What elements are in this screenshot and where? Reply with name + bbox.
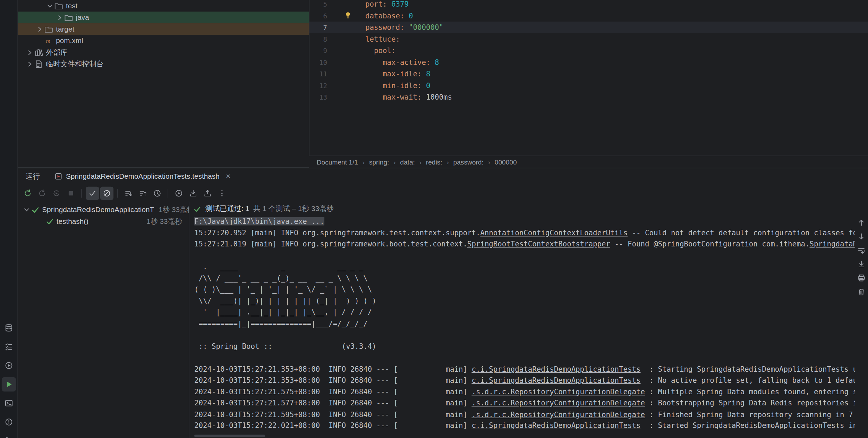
test-run-icon	[54, 172, 62, 180]
breadcrumb-item[interactable]: Document 1/1	[317, 158, 358, 166]
more-options-icon[interactable]	[215, 187, 229, 200]
auto-rerun-icon[interactable]	[50, 187, 63, 200]
editor[interactable]: 5 port: 63796 database: 07 password: "00…	[309, 0, 868, 155]
project-item-label: 外部库	[46, 47, 67, 57]
project-tree-item[interactable]: java	[18, 12, 309, 24]
close-icon[interactable]: ✕	[225, 173, 231, 180]
code-token	[339, 0, 365, 8]
chevron-spacer	[35, 36, 44, 45]
show-ignored-icon[interactable]	[100, 187, 113, 200]
run-icon[interactable]	[2, 377, 16, 391]
git-icon[interactable]	[2, 433, 16, 438]
code-token	[339, 12, 365, 20]
breadcrumb-separator: ›	[419, 158, 422, 166]
console-link[interactable]: .s.d.r.c.RepositoryConfigurationDelegate	[471, 399, 645, 407]
screenshot-icon[interactable]	[172, 187, 185, 200]
console-text: 2024-10-03T15:27:21.595+08:00 INFO 26840…	[194, 410, 471, 419]
show-passed-icon[interactable]	[86, 187, 99, 200]
chevron-right-icon[interactable]	[35, 25, 44, 34]
rerun-icon[interactable]	[21, 187, 34, 200]
console-link[interactable]: SpringdataRedisDe	[810, 240, 855, 248]
clear-icon[interactable]	[857, 287, 866, 296]
code-token: 1000ms	[426, 93, 452, 101]
code-text: max-active: 8	[334, 58, 439, 67]
editor-line[interactable]: 5 port: 6379	[309, 0, 868, 10]
rerun-failed-icon[interactable]	[35, 187, 49, 200]
scroll-up-icon[interactable]	[857, 218, 866, 227]
code-token	[339, 47, 374, 55]
line-number: 5	[309, 0, 334, 8]
editor-line[interactable]: 8 lettuce:	[309, 33, 868, 45]
print-icon[interactable]	[857, 273, 866, 283]
chevron-right-icon[interactable]	[56, 13, 65, 22]
run-toolbar	[21, 185, 229, 202]
project-tree-item[interactable]: test	[18, 0, 309, 12]
console-link[interactable]: c.i.SpringdataRedisDemoApplicationTests	[471, 376, 640, 384]
folder-icon	[64, 13, 73, 22]
terminal-icon[interactable]	[2, 396, 16, 410]
chevron-down-icon[interactable]	[22, 205, 31, 214]
tests-summary-label: 共 1 个测试 – 1秒 33毫秒	[253, 204, 334, 214]
code-text: max-idle: 8	[334, 70, 430, 78]
sort-by-duration-icon[interactable]	[136, 187, 150, 200]
breadcrumb-item[interactable]: redis:	[426, 158, 442, 166]
scroll-down-icon[interactable]	[857, 232, 866, 241]
import-results-icon[interactable]	[187, 187, 200, 200]
editor-line[interactable]: 10 max-active: 8	[309, 57, 868, 68]
sort-alphabetically-icon[interactable]	[122, 187, 135, 200]
editor-line[interactable]: 11 max-idle: 8	[309, 68, 868, 80]
line-number: 11	[309, 70, 334, 78]
console-line: /\\ / ___'_ __ _ _(_)_ __ __ _ \ \ \ \	[194, 273, 855, 284]
code-token: 0	[409, 12, 413, 20]
console-link[interactable]: c.i.SpringdataRedisDemoApplicationTests	[471, 421, 640, 430]
editor-line[interactable]: 13 max-wait: 1000ms	[309, 91, 868, 103]
test-tree: SpringdataRedisDemoApplicationT1秒 33毫秒te…	[18, 202, 189, 438]
code-text: max-wait: 1000ms	[334, 93, 452, 101]
toolbar-separator	[82, 189, 82, 198]
bulb-icon[interactable]	[344, 11, 352, 19]
breadcrumb-item[interactable]: spring:	[369, 158, 389, 166]
test-tree-item[interactable]: SpringdataRedisDemoApplicationT1秒 33毫秒	[18, 204, 189, 216]
breadcrumb-separator: ›	[393, 158, 395, 166]
console-text: : Multiple Spring Data modules found, en…	[645, 387, 855, 396]
editor-line[interactable]: 6 database: 0	[309, 10, 868, 22]
project-tree-item[interactable]: 临时文件和控制台	[18, 58, 309, 70]
console-line: F:\Java\jdk17\bin\java.exe ...	[194, 216, 855, 227]
breadcrumb-item[interactable]: password:	[453, 158, 484, 166]
editor-line[interactable]: 12 min-idle: 0	[309, 80, 868, 92]
horizontal-scrollbar[interactable]	[194, 435, 265, 437]
stop-icon[interactable]	[64, 187, 77, 200]
test-tree-item[interactable]: testhash()1秒 33毫秒	[18, 216, 189, 227]
project-tree-item[interactable]: mpom.xml	[18, 35, 309, 47]
database-icon[interactable]	[2, 321, 16, 335]
console-link[interactable]: AnnotationConfigContextLoaderUtils	[480, 228, 628, 237]
project-tree-item[interactable]: 外部库	[18, 47, 309, 58]
soft-wrap-icon[interactable]	[857, 246, 866, 255]
toolbar-separator	[117, 189, 118, 198]
editor-lines: 5 port: 63796 database: 07 password: "00…	[309, 0, 868, 103]
services-icon[interactable]	[2, 358, 16, 372]
run-tab[interactable]: SpringdataRedisDemoApplicationTests.test…	[54, 172, 231, 180]
project-tree-item[interactable]: target	[18, 23, 309, 35]
editor-line[interactable]: 9 pool:	[309, 45, 868, 57]
console-line: 2024-10-03T15:27:21.577+08:00 INFO 26840…	[194, 398, 855, 409]
breadcrumb-item[interactable]: 000000	[495, 158, 517, 166]
export-results-icon[interactable]	[201, 187, 214, 200]
console-line: 2024-10-03T15:27:21.575+08:00 INFO 26840…	[194, 386, 855, 398]
chevron-right-icon[interactable]	[25, 48, 34, 57]
todo-icon[interactable]	[2, 339, 16, 354]
console-link[interactable]: .s.d.r.c.RepositoryConfigurationDelegate	[471, 410, 645, 419]
editor-line[interactable]: 7 password: "000000"	[309, 22, 868, 33]
console-link[interactable]: c.i.SpringdataRedisDemoApplicationTests	[471, 365, 640, 373]
console-link[interactable]: SpringBootTestContextBootstrapper	[467, 240, 610, 248]
chevron-right-icon[interactable]	[25, 60, 34, 69]
test-history-icon[interactable]	[151, 187, 164, 200]
console-text: : Started SpringdataRedisDemoApplication…	[640, 421, 854, 430]
code-token	[339, 23, 365, 32]
scroll-to-end-icon[interactable]	[857, 260, 866, 269]
problems-icon[interactable]	[2, 415, 16, 429]
breadcrumb-item[interactable]: data:	[400, 158, 415, 166]
console-output[interactable]: F:\Java\jdk17\bin\java.exe ...15:27:20.9…	[194, 216, 855, 433]
chevron-down-icon[interactable]	[45, 1, 54, 10]
console-link[interactable]: .s.d.r.c.RepositoryConfigurationDelegate	[471, 387, 645, 396]
